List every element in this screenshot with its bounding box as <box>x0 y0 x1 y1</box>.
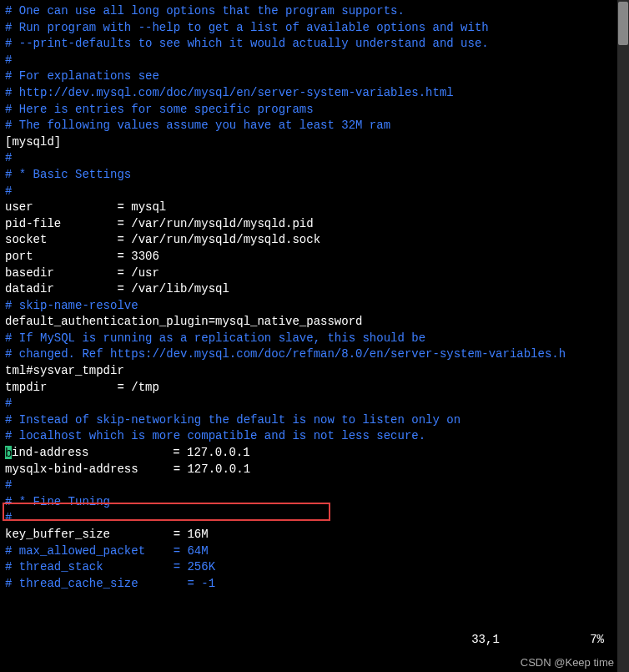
config-line: # <box>5 53 624 69</box>
config-line: # <box>5 396 624 412</box>
config-setting: datadir = /var/lib/mysql <box>5 281 624 298</box>
config-setting: default_authentication_plugin=mysql_nati… <box>5 314 624 331</box>
config-line: # http://dev.mysql.com/doc/mysql/en/serv… <box>5 85 624 102</box>
config-line: # localhost which is more compatible and… <box>5 428 624 445</box>
config-line: # The following values assume you have a… <box>5 118 624 134</box>
config-setting: mysqlx-bind-address = 127.0.0.1 <box>5 462 624 478</box>
config-line: # Instead of skip-networking the default… <box>5 412 624 429</box>
config-line: # max_allowed_packet = 64M <box>5 543 624 560</box>
config-line: # For explanations see <box>5 68 624 85</box>
config-line: # <box>5 510 624 527</box>
config-line: tml#sysvar_tmpdir <box>5 363 624 380</box>
config-setting: tmpdir = /tmp <box>5 380 624 397</box>
config-setting: key_buffer_size = 16M <box>5 527 624 543</box>
config-line: # * Basic Settings <box>5 167 624 184</box>
section-header: [mysqld] <box>5 134 624 151</box>
config-line: # skip-name-resolve <box>5 298 624 315</box>
config-setting: pid-file = /var/run/mysqld/mysqld.pid <box>5 216 624 233</box>
config-line: # thread_cache_size = -1 <box>5 576 624 593</box>
config-line: # <box>5 477 624 494</box>
config-line: # If MySQL is running as a replication s… <box>5 331 624 347</box>
bind-address-line: bind-address = 127.0.0.1 <box>5 445 624 462</box>
watermark: CSDN @Keep time <box>521 655 614 670</box>
config-setting: port = 3306 <box>5 249 624 265</box>
config-line: # Here is entries for some specific prog… <box>5 102 624 119</box>
config-line: # --print-defaults to see which it would… <box>5 36 624 53</box>
config-setting: basedir = /usr <box>5 265 624 282</box>
config-line: # <box>5 150 624 167</box>
scrollbar-track[interactable] <box>617 0 629 672</box>
config-line: # <box>5 184 624 200</box>
terminal-content: # One can use all long options that the … <box>5 3 624 592</box>
config-line: # * Fine Tuning <box>5 494 624 511</box>
config-line: # Run program with --help to get a list … <box>5 20 624 37</box>
config-setting: user = mysql <box>5 200 624 216</box>
file-percent: 7% <box>590 633 604 646</box>
cursor: b <box>5 446 12 459</box>
scrollbar-thumb[interactable] <box>618 2 628 45</box>
config-line: # One can use all long options that the … <box>5 3 624 20</box>
bind-address-value: ind-address = 127.0.0.1 <box>12 446 250 459</box>
config-line: # thread_stack = 256K <box>5 559 624 576</box>
cursor-position: 33,1 <box>471 633 500 646</box>
config-setting: socket = /var/run/mysqld/mysqld.sock <box>5 232 624 249</box>
vim-status-line: 33,1 7% <box>471 632 604 649</box>
config-line: # changed. Ref https://dev.mysql.com/doc… <box>5 346 624 363</box>
